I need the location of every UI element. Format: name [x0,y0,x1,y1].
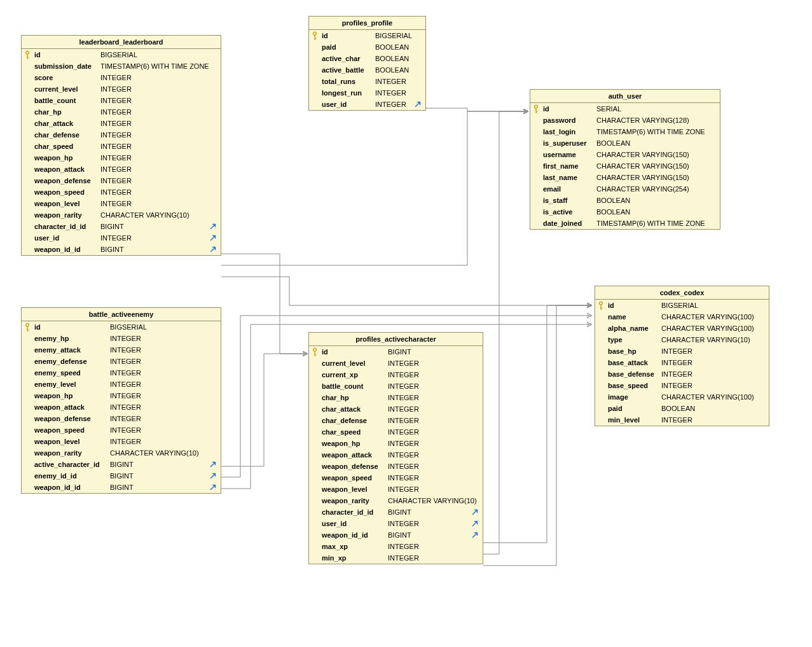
column-row[interactable]: active_battleBOOLEAN [309,64,425,76]
column-row[interactable]: char_attackINTEGER [309,403,483,415]
column-row[interactable]: base_defenseINTEGER [595,368,769,380]
column-row[interactable]: enemy_attackINTEGER [22,344,221,356]
column-row[interactable]: weapon_rarityCHARACTER VARYING(10) [309,495,483,506]
column-row[interactable]: min_xpINTEGER [309,552,483,564]
table-profiles_activecharacter[interactable]: profiles_activecharacteridBIGINTcurrent_… [308,332,483,564]
column-row[interactable]: weapon_attackINTEGER [22,163,221,175]
column-row[interactable]: weapon_id_idBIGINT [22,482,221,493]
column-row[interactable]: weapon_attackINTEGER [22,401,221,413]
column-row[interactable]: idSERIAL [530,103,720,115]
column-row[interactable]: is_activeBOOLEAN [530,206,720,218]
column-row[interactable]: user_idINTEGER [22,232,221,244]
column-type: BOOLEAN [373,43,409,51]
column-row[interactable]: last_nameCHARACTER VARYING(150) [530,172,720,183]
column-row[interactable]: weapon_rarityCHARACTER VARYING(10) [22,209,221,221]
column-row[interactable]: base_speedINTEGER [595,380,769,391]
column-row[interactable]: weapon_speedINTEGER [22,424,221,436]
column-row[interactable]: weapon_hpINTEGER [309,438,483,449]
column-row[interactable]: max_xpINTEGER [309,541,483,552]
column-row[interactable]: weapon_levelINTEGER [22,198,221,209]
column-row[interactable]: weapon_speedINTEGER [309,472,483,484]
table-auth_user[interactable]: auth_useridSERIALpasswordCHARACTER VARYI… [530,89,720,230]
column-row[interactable]: weapon_defenseINTEGER [309,461,483,472]
column-row[interactable]: active_character_idBIGINT [22,459,221,470]
column-row[interactable]: weapon_id_idBIGINT [309,529,483,541]
column-type: INTEGER [385,463,419,470]
column-row[interactable]: weapon_defenseINTEGER [22,175,221,186]
column-row[interactable]: min_levelINTEGER [595,414,769,426]
column-name: max_xp [320,543,385,550]
column-row[interactable]: alpha_nameCHARACTER VARYING(100) [595,323,769,334]
column-name: enemy_speed [33,369,107,377]
column-row[interactable]: enemy_defenseINTEGER [22,356,221,367]
column-row[interactable]: is_superuserBOOLEAN [530,137,720,149]
column-row[interactable]: user_idINTEGER [309,99,425,110]
column-row[interactable]: nameCHARACTER VARYING(100) [595,311,769,323]
column-row[interactable]: enemy_levelINTEGER [22,379,221,390]
column-row[interactable]: weapon_rarityCHARACTER VARYING(10) [22,447,221,459]
column-row[interactable]: current_xpINTEGER [309,369,483,380]
column-row[interactable]: emailCHARACTER VARYING(254) [530,183,720,195]
column-row[interactable]: base_attackINTEGER [595,357,769,368]
column-row[interactable]: weapon_hpINTEGER [22,152,221,163]
column-type: INTEGER [385,428,419,436]
table-battle_activeenemy[interactable]: battle_activeenemyidBIGSERIALenemy_hpINT… [21,307,221,494]
column-row[interactable]: character_id_idBIGINT [309,506,483,518]
column-row[interactable]: idBIGSERIAL [22,49,221,60]
column-row[interactable]: paidBOOLEAN [309,41,425,53]
column-row[interactable]: base_hpINTEGER [595,345,769,357]
column-row[interactable]: char_hpINTEGER [309,392,483,403]
column-row[interactable]: weapon_levelINTEGER [22,436,221,447]
column-row[interactable]: weapon_hpINTEGER [22,390,221,401]
column-row[interactable]: enemy_speedINTEGER [22,367,221,379]
column-type: CHARACTER VARYING(10) [107,449,199,457]
column-row[interactable]: char_hpINTEGER [22,106,221,118]
column-row[interactable]: idBIGINT [309,346,483,358]
column-type: CHARACTER VARYING(10) [659,336,750,344]
column-row[interactable]: character_id_idBIGINT [22,221,221,232]
column-row[interactable]: longest_runINTEGER [309,87,425,99]
column-row[interactable]: last_loginTIMESTAMP(6) WITH TIME ZONE [530,126,720,137]
column-name: char_hp [33,108,98,116]
column-row[interactable]: idBIGSERIAL [595,300,769,311]
column-row[interactable]: weapon_speedINTEGER [22,186,221,198]
column-name: char_defense [320,417,385,424]
column-row[interactable]: weapon_levelINTEGER [309,484,483,495]
column-row[interactable]: total_runsINTEGER [309,76,425,87]
column-row[interactable]: char_attackINTEGER [22,118,221,129]
column-row[interactable]: imageCHARACTER VARYING(100) [595,391,769,403]
column-row[interactable]: current_levelINTEGER [22,83,221,95]
column-row[interactable]: active_charBOOLEAN [309,53,425,64]
relationship-line [483,305,591,543]
table-profiles_profile[interactable]: profiles_profileidBIGSERIALpaidBOOLEANac… [308,16,426,111]
column-name: enemy_defense [33,358,107,365]
column-row[interactable]: user_idINTEGER [309,518,483,529]
column-row[interactable]: current_levelINTEGER [309,358,483,369]
column-row[interactable]: is_staffBOOLEAN [530,195,720,206]
column-row[interactable]: date_joinedTIMESTAMP(6) WITH TIME ZONE [530,218,720,229]
column-row[interactable]: char_speedINTEGER [309,426,483,438]
column-row[interactable]: idBIGSERIAL [22,321,221,333]
column-row[interactable]: char_defenseINTEGER [309,415,483,426]
column-type: CHARACTER VARYING(100) [659,324,754,332]
column-row[interactable]: enemy_id_idBIGINT [22,470,221,482]
table-codex_codex[interactable]: codex_codexidBIGSERIALnameCHARACTER VARY… [595,286,769,426]
column-row[interactable]: battle_countINTEGER [309,380,483,392]
column-row[interactable]: typeCHARACTER VARYING(10) [595,334,769,345]
column-row[interactable]: battle_countINTEGER [22,95,221,106]
column-row[interactable]: paidBOOLEAN [595,403,769,414]
column-row[interactable]: passwordCHARACTER VARYING(128) [530,115,720,126]
column-row[interactable]: weapon_attackINTEGER [309,449,483,461]
column-row[interactable]: submission_dateTIMESTAMP(6) WITH TIME ZO… [22,60,221,72]
table-leaderboard_leaderboard[interactable]: leaderboard_leaderboardidBIGSERIALsubmis… [21,35,221,256]
column-row[interactable]: enemy_hpINTEGER [22,333,221,344]
column-row[interactable]: weapon_id_idBIGINT [22,244,221,255]
column-row[interactable]: scoreINTEGER [22,72,221,83]
column-type: INTEGER [98,85,132,93]
column-row[interactable]: idBIGSERIAL [309,30,425,41]
column-row[interactable]: weapon_defenseINTEGER [22,413,221,424]
column-row[interactable]: usernameCHARACTER VARYING(150) [530,149,720,160]
column-row[interactable]: char_speedINTEGER [22,141,221,152]
column-row[interactable]: char_defenseINTEGER [22,129,221,141]
column-row[interactable]: first_nameCHARACTER VARYING(150) [530,160,720,172]
